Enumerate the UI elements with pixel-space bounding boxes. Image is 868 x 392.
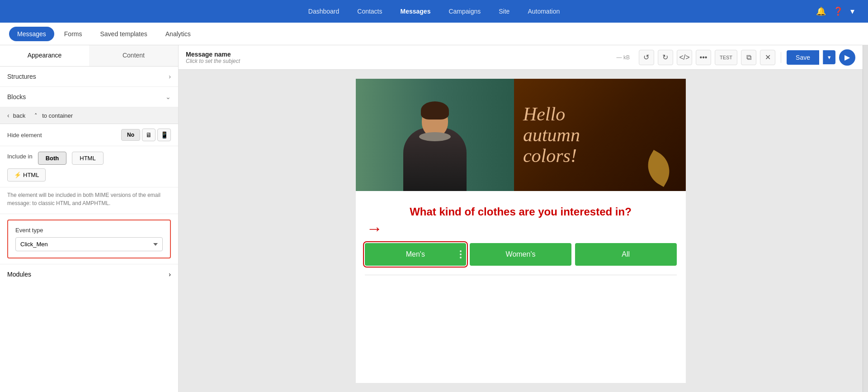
btn-all[interactable]: All <box>575 243 677 266</box>
hero-image: Hello autumn colors! <box>356 79 686 191</box>
event-type-select[interactable]: Click_Men <box>15 237 163 251</box>
hero-left <box>356 79 514 191</box>
bell-icon[interactable]: 🔔 <box>816 6 826 16</box>
toolbar-divider <box>781 52 781 63</box>
include-in-label: Include in <box>7 153 33 160</box>
test-btn[interactable]: TEST <box>715 50 737 65</box>
nav-dashboard[interactable]: Dashboard <box>308 8 340 15</box>
nav-messages[interactable]: Messages <box>401 8 431 15</box>
dot3 <box>460 257 462 258</box>
email-canvas: Hello autumn colors! What kind of clothe… <box>356 79 686 383</box>
hero-line2: autumn <box>523 124 580 145</box>
structures-label: Structures <box>7 73 36 80</box>
up-icon: ˄ <box>34 112 38 119</box>
dot2 <box>460 253 462 255</box>
to-container-label: to container <box>42 112 73 119</box>
back-label: back <box>13 112 25 119</box>
right-panel: Message name Click to set the subject — … <box>179 45 863 392</box>
nav-automation[interactable]: Automation <box>528 8 560 15</box>
hide-no-btn[interactable]: No <box>121 129 140 141</box>
message-subject[interactable]: Click to set the subject <box>186 58 613 64</box>
blocks-label: Blocks <box>7 93 26 100</box>
hero-right: Hello autumn colors! <box>514 79 686 191</box>
person-figure <box>403 91 467 191</box>
main-layout: Appearance Content Structures › Blocks ⌄… <box>0 45 868 392</box>
email-bottom-spacer <box>356 275 686 293</box>
hide-mobile-btn[interactable]: 📱 <box>157 129 171 141</box>
include-amp-btn[interactable]: ⚡ HTML <box>7 168 46 182</box>
nav-contacts[interactable]: Contacts <box>357 8 382 15</box>
btn-mens-label: Men's <box>406 250 425 258</box>
toolbar: Message name Click to set the subject — … <box>179 45 863 70</box>
help-icon[interactable]: ❓ <box>833 6 843 16</box>
nav-site[interactable]: Site <box>499 8 509 15</box>
redo-btn[interactable]: ↻ <box>658 50 673 65</box>
undo-btn[interactable]: ↺ <box>639 50 654 65</box>
message-name[interactable]: Message name <box>186 51 613 58</box>
hero-line3: colors! <box>523 145 580 166</box>
message-info: Message name Click to set the subject <box>186 51 613 64</box>
blocks-arrow: ⌄ <box>165 93 171 100</box>
dot1 <box>460 250 462 252</box>
hide-btns: No 🖥 📱 <box>121 129 171 141</box>
left-panel: Appearance Content Structures › Blocks ⌄… <box>0 45 179 392</box>
email-content-section: What kind of clothes are you interested … <box>356 191 686 243</box>
hero-text: Hello autumn colors! <box>523 104 580 167</box>
close-btn[interactable]: ✕ <box>760 50 775 65</box>
blocks-header[interactable]: Blocks ⌄ <box>7 93 171 100</box>
top-nav-icons: 🔔 ❓ ▾ <box>816 6 854 16</box>
resize-handle[interactable] <box>863 45 868 392</box>
tab-appearance[interactable]: Appearance <box>0 45 89 66</box>
info-text: The element will be included in both MIM… <box>0 187 178 214</box>
hero-leaf <box>640 150 677 187</box>
modules-header[interactable]: Modules › <box>7 271 171 278</box>
question-text: What kind of clothes are you interested … <box>365 205 677 219</box>
save-dropdown-btn[interactable]: ▾ <box>823 50 835 64</box>
top-nav: Dashboard Contacts Messages Campaigns Si… <box>0 0 868 23</box>
tab-analytics[interactable]: Analytics <box>157 27 199 41</box>
include-html-btn[interactable]: HTML <box>72 152 103 165</box>
person-scarf <box>419 132 451 141</box>
hide-desktop-btn[interactable]: 🖥 <box>142 129 156 141</box>
kb-label: — kB <box>617 54 630 61</box>
person-hair <box>421 101 449 120</box>
modules-label: Modules <box>7 271 31 278</box>
btn-mens[interactable]: Men's <box>365 243 467 266</box>
lightning-icon: ⚡ <box>14 172 21 178</box>
hide-element-row: Hide element No 🖥 📱 <box>0 124 178 146</box>
structures-header[interactable]: Structures › <box>7 73 171 80</box>
btn-dots <box>460 250 462 258</box>
save-button[interactable]: Save <box>787 50 819 65</box>
copy-btn[interactable]: ⧉ <box>741 50 756 65</box>
hero-line1: Hello <box>523 104 580 124</box>
more-btn[interactable]: ••• <box>696 50 711 65</box>
play-btn[interactable]: ▶ <box>839 49 855 66</box>
tab-messages[interactable]: Messages <box>9 27 54 41</box>
structures-arrow: › <box>169 73 171 80</box>
nav-campaigns[interactable]: Campaigns <box>448 8 481 15</box>
dropdown-icon[interactable]: ▾ <box>850 6 854 16</box>
hide-element-label: Hide element <box>7 132 117 139</box>
email-buttons-row: Men's Women's All <box>356 243 686 275</box>
code-btn[interactable]: </> <box>677 50 692 65</box>
structures-section: Structures › <box>0 67 178 87</box>
sub-nav: Messages Forms Saved templates Analytics <box>0 23 868 45</box>
back-icon: ‹ <box>7 112 9 119</box>
include-amp-label: HTML <box>23 172 39 178</box>
back-to-container[interactable]: ‹ back ˄ to container <box>0 107 178 124</box>
tab-content[interactable]: Content <box>89 45 178 66</box>
btn-womens[interactable]: Women's <box>470 243 571 266</box>
blocks-section: Blocks ⌄ <box>0 87 178 107</box>
modules-section: Modules › <box>0 264 178 284</box>
include-in-row: Include in Both HTML ⚡ HTML <box>0 146 178 187</box>
canvas-area: ← Hello <box>179 70 863 392</box>
event-type-label: Event type <box>15 227 163 234</box>
tab-forms[interactable]: Forms <box>56 27 90 41</box>
modules-arrow: › <box>169 271 171 278</box>
btn-all-label: All <box>622 250 630 258</box>
event-type-section: Event type Click_Men <box>7 220 171 258</box>
btn-womens-label: Women's <box>506 250 536 258</box>
panel-tabs: Appearance Content <box>0 45 178 67</box>
include-both-btn[interactable]: Both <box>38 152 67 165</box>
tab-saved-templates[interactable]: Saved templates <box>92 27 155 41</box>
